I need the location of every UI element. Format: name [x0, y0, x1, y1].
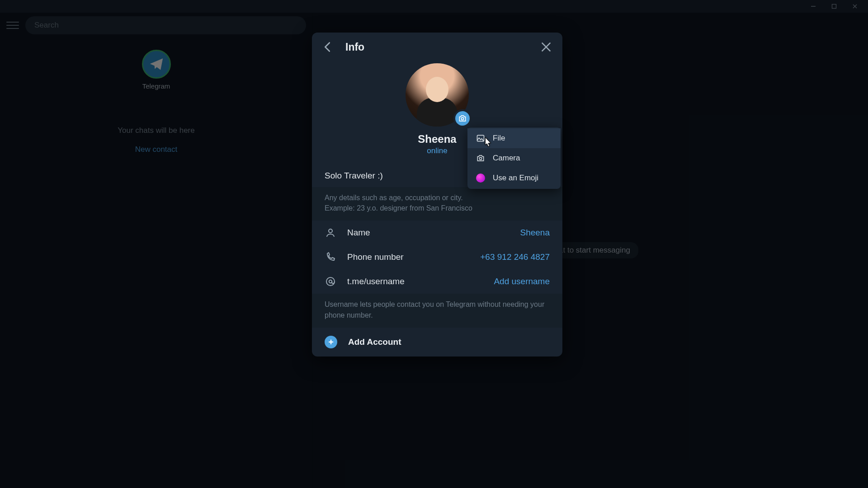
- back-button[interactable]: [321, 40, 335, 54]
- photo-source-file[interactable]: File: [467, 128, 561, 148]
- row-label: Name: [347, 228, 509, 238]
- add-account-button[interactable]: + Add Account: [312, 328, 562, 357]
- svg-point-11: [479, 157, 481, 160]
- camera-icon: [458, 114, 467, 123]
- plus-icon: +: [325, 336, 337, 348]
- info-row-phone[interactable]: Phone number +63 912 246 4827: [312, 245, 562, 269]
- info-modal-header: Info: [312, 33, 562, 61]
- info-modal-title: Info: [345, 41, 529, 53]
- emoji-icon: [476, 173, 486, 183]
- menu-item-label: File: [493, 134, 505, 143]
- info-modal: Info Sheena online Solo Traveler :) Any …: [312, 33, 562, 357]
- svg-point-6: [461, 117, 463, 120]
- bio-hint-line: Example: 23 y.o. designer from San Franc…: [325, 203, 550, 213]
- row-label: Phone number: [347, 252, 469, 262]
- menu-item-label: Use an Emoji: [493, 174, 538, 183]
- row-value: +63 912 246 4827: [480, 252, 550, 262]
- phone-icon: [325, 251, 336, 263]
- photo-source-emoji[interactable]: Use an Emoji: [467, 168, 561, 188]
- row-label: t.me/username: [347, 277, 483, 286]
- avatar-wrap: [406, 63, 469, 127]
- photo-source-camera[interactable]: Camera: [467, 148, 561, 168]
- image-icon: [476, 133, 486, 143]
- arrow-left-icon: [321, 40, 335, 54]
- camera-icon: [476, 153, 486, 163]
- user-icon: [325, 227, 336, 239]
- close-button[interactable]: [539, 40, 553, 54]
- row-value: Add username: [494, 277, 550, 286]
- svg-point-8: [326, 277, 335, 286]
- close-icon: [539, 40, 553, 54]
- svg-point-7: [329, 229, 332, 233]
- change-photo-button[interactable]: [453, 109, 472, 127]
- info-rows: Name Sheena Phone number +63 912 246 482…: [312, 221, 562, 294]
- bio-hint: Any details such as age, occupation or c…: [312, 187, 562, 221]
- photo-source-menu: File Camera Use an Emoji: [467, 127, 561, 189]
- at-icon: [325, 276, 336, 287]
- profile-name: Sheena: [418, 133, 456, 145]
- add-account-label: Add Account: [348, 337, 401, 347]
- username-hint: Username lets people contact you on Tele…: [312, 294, 562, 327]
- bio-hint-line: Any details such as age, occupation or c…: [325, 192, 550, 203]
- row-value: Sheena: [520, 228, 550, 238]
- profile-status: online: [427, 146, 447, 155]
- info-row-username[interactable]: t.me/username Add username: [312, 269, 562, 294]
- menu-item-label: Camera: [493, 154, 520, 163]
- info-row-name[interactable]: Name Sheena: [312, 221, 562, 245]
